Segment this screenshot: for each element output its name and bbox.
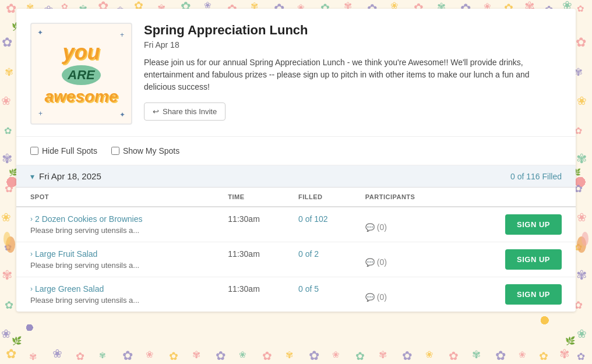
svg-text:✾: ✾ — [576, 268, 587, 282]
svg-text:✾: ✾ — [99, 351, 106, 360]
show-my-spots-checkbox[interactable] — [111, 147, 119, 155]
event-title: Spring Appreciation Lunch — [144, 23, 562, 38]
filled-cell-0: 0 of 102 — [291, 207, 358, 242]
date-group-label: Fri Apr 18, 2025 — [39, 171, 101, 181]
svg-text:🌿: 🌿 — [565, 336, 576, 346]
col-spot: SPOT — [16, 188, 221, 207]
spot-desc-2: Please bring serving utensils a... — [30, 296, 214, 305]
date-group-header[interactable]: ▾ Fri Apr 18, 2025 0 of 116 Filled — [16, 165, 576, 188]
signup-button-0[interactable]: SIGN UP — [505, 214, 562, 235]
table-row: › 2 Dozen Cookies or Brownies Please bri… — [16, 207, 576, 242]
spot-chevron-icon-1: › — [30, 250, 33, 258]
sparkle-icon: ✦ — [37, 29, 43, 37]
svg-text:✿: ✿ — [6, 347, 16, 361]
spot-cell-2: › Large Green Salad Please bring serving… — [16, 277, 221, 312]
svg-text:❀: ❀ — [1, 211, 11, 224]
svg-text:❀: ❀ — [146, 349, 153, 359]
svg-text:✿: ✿ — [449, 349, 459, 362]
svg-text:✾: ✾ — [559, 347, 570, 361]
table-header: SPOT TIME FILLED PARTICIPANTS — [16, 188, 576, 207]
svg-text:❀: ❀ — [577, 327, 587, 340]
svg-text:❀: ❀ — [239, 349, 246, 359]
svg-text:✿: ✿ — [495, 348, 506, 363]
svg-text:❀: ❀ — [519, 349, 526, 359]
svg-text:✿: ✿ — [355, 350, 365, 362]
time-cell-1: 11:30am — [221, 242, 291, 277]
you-text: you — [62, 42, 100, 63]
svg-text:✿: ✿ — [6, 1, 16, 16]
show-my-spots-label: Show My Spots — [123, 146, 179, 156]
signup-button-2[interactable]: SIGN UP — [505, 284, 562, 305]
awesome-text: awesome — [44, 87, 118, 106]
event-image-inner: ✦ + you ARE awesome + ✦ — [38, 36, 124, 112]
spot-name-1[interactable]: › Large Fruit Salad — [30, 249, 214, 259]
sparkle-icon-4: ✦ — [119, 111, 125, 119]
spot-name-2[interactable]: › Large Green Salad — [30, 284, 214, 294]
participant-count-0: (0) — [377, 222, 387, 232]
show-my-spots-filter[interactable]: Show My Spots — [111, 146, 179, 156]
spot-chevron-icon-2: › — [30, 285, 33, 293]
spot-name-text-0: 2 Dozen Cookies or Brownies — [35, 214, 142, 224]
filled-cell-2: 0 of 5 — [291, 277, 358, 312]
svg-text:✿: ✿ — [309, 348, 319, 363]
action-cell-2: SIGN UP — [456, 277, 576, 312]
svg-text:✾: ✾ — [192, 349, 200, 361]
date-group-left: ▾ Fri Apr 18, 2025 — [30, 171, 101, 181]
event-date: Fri Apr 18 — [144, 40, 562, 50]
svg-text:✾: ✾ — [29, 352, 37, 362]
spot-desc-1: Please bring serving utensils a... — [30, 261, 214, 270]
event-description: Please join us for our annual Spring App… — [144, 56, 562, 93]
participants-cell-2: 💬 (0) — [358, 277, 457, 312]
spot-cell-1: › Large Fruit Salad Please bring serving… — [16, 242, 221, 277]
spots-table: SPOT TIME FILLED PARTICIPANTS › 2 Dozen … — [16, 188, 576, 312]
spots-table-body: › 2 Dozen Cookies or Brownies Please bri… — [16, 207, 576, 312]
participant-count-2: (0) — [377, 292, 387, 302]
comment-icon-0: 💬 — [365, 223, 375, 232]
svg-text:❀: ❀ — [332, 349, 340, 359]
comment-icon-1: 💬 — [365, 258, 375, 267]
spot-cell-0: › 2 Dozen Cookies or Brownies Please bri… — [16, 207, 221, 242]
table-row: › Large Fruit Salad Please bring serving… — [16, 242, 576, 277]
filters-row: Hide Full Spots Show My Spots — [16, 137, 576, 165]
table-header-row: SPOT TIME FILLED PARTICIPANTS — [16, 188, 576, 207]
svg-text:✾: ✾ — [379, 349, 387, 361]
svg-text:✿: ✿ — [402, 349, 413, 362]
svg-text:✿: ✿ — [539, 350, 548, 362]
svg-text:✿: ✿ — [216, 349, 226, 362]
expand-chevron-icon: ▾ — [30, 172, 34, 181]
event-image: ✦ + you ARE awesome + ✦ — [30, 23, 132, 125]
time-cell-2: 11:30am — [221, 277, 291, 312]
svg-text:✿: ✿ — [577, 351, 585, 362]
col-filled: FILLED — [291, 188, 358, 207]
sparkle-icon-2: + — [120, 31, 124, 39]
svg-text:✾: ✾ — [472, 349, 481, 361]
svg-text:✿: ✿ — [2, 35, 12, 50]
col-participants: PARTICIPANTS — [358, 188, 457, 207]
hide-full-checkbox[interactable] — [30, 147, 38, 155]
main-card: ✦ + you ARE awesome + ✦ Spring Appreciat… — [16, 9, 576, 312]
spot-chevron-icon-0: › — [30, 215, 33, 223]
hide-full-label: Hide Full Spots — [42, 146, 97, 156]
signup-button-1[interactable]: SIGN UP — [505, 249, 562, 270]
svg-point-83 — [582, 232, 589, 246]
action-cell-1: SIGN UP — [456, 242, 576, 277]
filled-count: 0 of 116 Filled — [510, 172, 562, 181]
svg-text:✿: ✿ — [76, 351, 84, 362]
event-info: Spring Appreciation Lunch Fri Apr 18 Ple… — [144, 23, 562, 125]
hide-full-filter[interactable]: Hide Full Spots — [30, 146, 97, 156]
svg-text:✿: ✿ — [5, 183, 13, 195]
are-text: ARE — [62, 65, 100, 85]
svg-text:✿: ✿ — [577, 3, 584, 13]
spot-name-0[interactable]: › 2 Dozen Cookies or Brownies — [30, 214, 214, 224]
svg-text:✿: ✿ — [122, 348, 133, 363]
sparkle-icon-3: + — [38, 109, 43, 118]
svg-text:❀: ❀ — [52, 347, 62, 360]
svg-text:❀: ❀ — [425, 349, 433, 359]
share-button[interactable]: ↩ Share this Invite — [144, 103, 225, 121]
svg-text:✿: ✿ — [169, 350, 178, 362]
event-header: ✦ + you ARE awesome + ✦ Spring Appreciat… — [16, 9, 576, 137]
share-button-label: Share this Invite — [163, 107, 217, 116]
svg-text:🌿: 🌿 — [12, 336, 22, 346]
svg-text:❀: ❀ — [577, 211, 587, 224]
share-icon: ↩ — [153, 107, 159, 116]
